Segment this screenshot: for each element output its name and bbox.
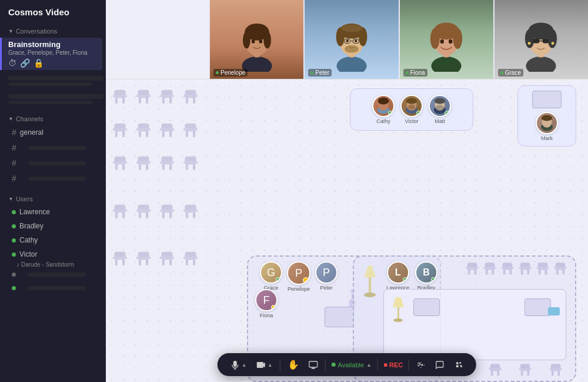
penelope-bl-name: Penelope [288, 286, 310, 292]
toolbar-divider-1 [280, 359, 280, 371]
channel-general[interactable]: # general [4, 125, 102, 139]
mark-desk [532, 91, 562, 108]
video-label-grace: Grace [498, 69, 523, 77]
app-title: Cosmos Video [0, 7, 106, 23]
svg-rect-177 [501, 267, 513, 269]
bradley-br-avatar: B [415, 261, 437, 284]
channel-4[interactable]: # [4, 171, 102, 185]
person-fiona-bl[interactable]: F Fiona [255, 289, 278, 318]
effects-button[interactable] [413, 358, 429, 372]
users-label: Users [16, 195, 33, 202]
svg-rect-223 [309, 361, 318, 367]
grace-name-label: Grace [505, 69, 521, 76]
chair-icon [135, 155, 152, 172]
svg-rect-103 [193, 212, 195, 218]
svg-rect-87 [193, 164, 195, 170]
placeholder-conv-2 [8, 94, 103, 99]
video-tile-fiona[interactable]: Fiona [400, 0, 493, 79]
user-placeholder-1[interactable] [4, 268, 102, 281]
svg-rect-222 [557, 370, 560, 376]
svg-point-167 [364, 293, 376, 297]
user-p2-status [12, 286, 16, 290]
users-arrow: ▼ [8, 196, 14, 202]
svg-rect-183 [527, 269, 530, 274]
video-tile-grace[interactable]: Grace [495, 0, 588, 79]
svg-rect-73 [113, 161, 128, 164]
user-bradley[interactable]: Bradley [4, 220, 102, 232]
desk-laptop-2 [524, 298, 551, 316]
person-cathy[interactable]: Cathy [372, 95, 395, 124]
person-grace-bl[interactable]: G Grace [260, 261, 282, 292]
svg-rect-74 [115, 164, 118, 170]
svg-rect-77 [136, 161, 151, 164]
svg-rect-107 [122, 259, 125, 265]
screen-share-button[interactable] [305, 358, 322, 372]
person-mark[interactable]: Mark [536, 112, 558, 141]
svg-rect-62 [139, 131, 141, 137]
grace-status-dot [500, 71, 503, 74]
svg-rect-175 [492, 269, 495, 274]
user-cathy[interactable]: Cathy [4, 234, 102, 247]
svg-rect-53 [183, 95, 198, 97]
svg-point-25 [430, 28, 440, 49]
mark-name-tag: Mark [541, 135, 553, 141]
video-tile-peter[interactable]: Peter [305, 0, 398, 79]
available-chevron: ▲ [366, 362, 372, 368]
hash-icon: # [12, 128, 16, 137]
channels-label: Channels [16, 115, 43, 122]
svg-rect-69 [183, 128, 198, 131]
chat-button[interactable] [432, 358, 448, 372]
svg-rect-59 [122, 131, 125, 137]
svg-rect-105 [113, 257, 128, 259]
user-lawrence-name: Lawrence [19, 208, 50, 216]
participants-button[interactable] [450, 358, 467, 372]
svg-rect-50 [162, 97, 165, 104]
video-tile-penelope[interactable]: Penelope [210, 0, 303, 79]
mic-button[interactable]: ▲ [227, 358, 250, 372]
conversation-brainstorming[interactable]: Brainstorming Grace, Penelope, Peter, Fi… [0, 38, 102, 70]
penelope-status-dot [216, 71, 219, 74]
user-p1-status [12, 273, 16, 277]
svg-marker-165 [364, 265, 376, 277]
person-peter-bl[interactable]: P Peter [315, 261, 338, 292]
person-penelope-bl[interactable]: P Penelope [287, 261, 310, 292]
user-lawrence[interactable]: Lawrence [4, 205, 102, 218]
person-victor[interactable]: Victor [400, 95, 423, 124]
svg-point-27 [440, 39, 444, 44]
key-lamp-object [391, 294, 406, 326]
channels-section[interactable]: ▼ Channels [0, 111, 106, 125]
user-bradley-status [12, 224, 16, 228]
victor-music-label: Darude - Sandstorm [21, 261, 74, 268]
channel-2[interactable]: # [4, 141, 102, 155]
rec-label: REC [389, 361, 403, 368]
svg-point-21 [432, 57, 462, 72]
camera-button[interactable]: ▲ [253, 358, 276, 372]
person-bradley-br[interactable]: B Bradley [415, 261, 437, 291]
chairs-area-left2 [106, 194, 209, 303]
users-section[interactable]: ▼ Users [0, 191, 106, 205]
penelope-name-label: Penelope [220, 69, 245, 76]
grace-bl-dot [276, 277, 280, 282]
sidebar: Cosmos Video ▼ Conversations Brainstormi… [0, 0, 106, 382]
person-lawrence-br[interactable]: L Lawrence [386, 261, 409, 291]
bradley-br-dot [431, 277, 436, 282]
video-strip: Penelope [106, 0, 588, 79]
rec-button[interactable]: REC [382, 361, 405, 368]
user-placeholder-2[interactable] [4, 282, 102, 294]
svg-rect-187 [545, 269, 547, 274]
availability-status[interactable]: Available ▲ [329, 361, 374, 368]
person-matt[interactable]: Matt [429, 95, 451, 124]
svg-rect-170 [468, 269, 470, 274]
inner-desk-area [383, 289, 566, 360]
svg-rect-182 [521, 269, 523, 274]
hand-button[interactable]: ✋ [284, 357, 303, 373]
chair-icon [159, 88, 175, 106]
conversations-section[interactable]: ▼ Conversations [0, 23, 106, 37]
channel-general-label: general [20, 128, 44, 137]
channel-3[interactable]: # [4, 156, 102, 170]
user-victor[interactable]: Victor [4, 248, 102, 261]
conversations-arrow: ▼ [8, 28, 14, 34]
chair-icon [182, 250, 199, 268]
svg-rect-115 [169, 259, 172, 265]
chair-icon [112, 155, 128, 172]
